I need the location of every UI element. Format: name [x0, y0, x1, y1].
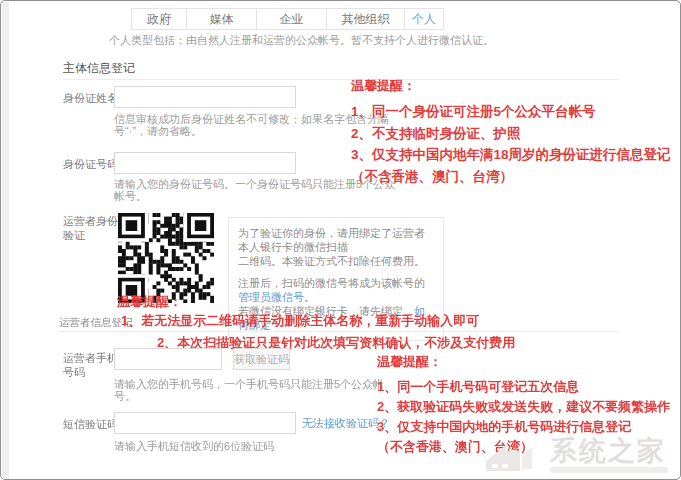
- qr-instruction-line: 注册后，扫码的微信号将成为该帐号的管理员微信号。: [238, 276, 434, 304]
- tab-government[interactable]: 政府: [132, 9, 187, 29]
- operator-info-divider: [59, 331, 619, 332]
- account-type-tabs: 政府 媒体 企业 其他组织 个人: [131, 8, 444, 30]
- id-number-helper-line2: 帐号。: [114, 190, 147, 202]
- id-name-input[interactable]: [114, 86, 296, 108]
- tab-enterprise[interactable]: 企业: [257, 9, 327, 29]
- reminder-bottom-title: 温馨提醒：: [377, 353, 670, 371]
- registration-page: 政府 媒体 企业 其他组织 个人 个人类型包括：由自然人注册和运营的公众帐号。暂…: [0, 0, 681, 480]
- tab-note: 个人类型包括：由自然人注册和运营的公众帐号。暂不支持个人进行微信认证。: [109, 33, 494, 48]
- id-name-helper-line1: 信息审核成功后身份证姓名不可修改；如果名字包含分隔: [114, 113, 389, 125]
- sms-code-input[interactable]: [114, 412, 296, 434]
- reminder-mid-line1: 1、若无法显示二维码请手动删除主体名称，重新手动输入即可: [121, 312, 479, 330]
- id-name-label: 身份证姓名: [63, 91, 118, 105]
- qr-instruction-text: 。: [304, 291, 315, 303]
- qr-instruction-text: 注册后，扫码的微信号将成为该帐号的: [238, 277, 425, 289]
- xitongzhijia-logo-icon: [480, 435, 544, 475]
- reminder-top-line: 3、仅支持中国内地年满18周岁的身份证进行信息登记: [351, 144, 671, 166]
- phone-label-line2: 号码: [63, 365, 85, 379]
- tab-personal[interactable]: 个人: [405, 9, 443, 29]
- watermark-title: 系统之家: [550, 438, 668, 464]
- id-name-helper-line2: 号“·”，请勿省略。: [114, 125, 202, 137]
- sms-helper: 请输入手机短信收到的6位验证码: [114, 440, 274, 452]
- reminder-top-line: （不含香港、澳门、台湾）: [351, 166, 671, 188]
- phone-helper-line1: 请输入您的手机号码，一个手机号码只能注册5个公众帐: [114, 378, 384, 390]
- reminder-bottom-line: 1、同一个手机号码可登记五次信息: [377, 377, 670, 397]
- sms-code-label: 短信验证码: [63, 417, 118, 431]
- phone-input[interactable]: [114, 348, 222, 370]
- operator-verify-label-line2: 验证: [63, 228, 85, 242]
- reminder-top-title: 温馨提醒：: [351, 77, 671, 95]
- reminder-mid-title: 温馨提醒：: [117, 293, 182, 311]
- reminder-bottom-line: 3、仅支持中国内地的手机号码进行信息登记: [377, 417, 670, 437]
- id-number-label: 身份证号码: [63, 157, 118, 171]
- watermark: 系统之家: [480, 435, 668, 475]
- operator-verify-label-line1: 运营者身份: [63, 214, 118, 228]
- section-title-subject-info: 主体信息登记: [63, 60, 135, 77]
- get-verification-code-button[interactable]: 获取验证码: [233, 348, 290, 370]
- tab-media[interactable]: 媒体: [187, 9, 257, 29]
- id-number-input[interactable]: [114, 152, 296, 174]
- wechat-scan-qr-code: [118, 213, 214, 303]
- left-edge-strip: [2, 2, 9, 480]
- qr-instruction-line: 二维码。本验证方式不扣除任何费用。: [238, 254, 434, 268]
- reminder-top-line: 2、不支持临时身份证、护照: [351, 123, 671, 145]
- reminder-bottom-line: 2、获取验证码失败或发送失败，建议不要频繁操作: [377, 397, 670, 417]
- reminder-top-block: 温馨提醒： 1、同一个身份证可注册5个公众平台帐号 2、不支持临时身份证、护照 …: [351, 77, 671, 187]
- admin-wechat-link[interactable]: 管理员微信号: [238, 291, 304, 303]
- reminder-top-line: 1、同一个身份证可注册5个公众平台帐号: [351, 101, 671, 123]
- watermark-subtext: [550, 467, 668, 473]
- qr-instruction-line: 为了验证你的身份，请用绑定了运营者本人银行卡的微信扫描: [238, 226, 434, 254]
- phone-helper-line2: 号。: [114, 390, 136, 402]
- phone-label-line1: 运营者手机: [63, 351, 118, 365]
- tab-other-org[interactable]: 其他组织: [327, 9, 405, 29]
